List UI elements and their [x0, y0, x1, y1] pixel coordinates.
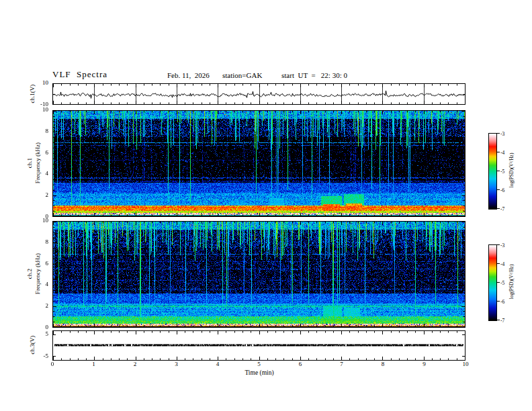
x-tick-label: 8	[373, 361, 393, 368]
y-tick-label: 2	[24, 302, 48, 310]
colorbar-tick-mark	[496, 320, 500, 320]
colorbar-tick-label: -6	[500, 298, 515, 306]
colorbar-tick-label: -5	[500, 279, 515, 287]
y-tick-label: 6	[24, 149, 48, 156]
y-tick-label: 2	[24, 191, 48, 199]
colorbar-tick-label: -4	[500, 261, 515, 268]
ch2-frequency-axis-label: Frequency (kHz)	[34, 244, 42, 304]
panel-ch3-waveform	[52, 330, 466, 361]
colorbar-tick-mark	[496, 189, 500, 190]
x-tick-label: 9	[414, 361, 435, 368]
x-tick-label: 10	[455, 361, 476, 368]
colorbar-tick-mark	[496, 152, 500, 152]
ch1-spectrogram-image	[53, 111, 465, 216]
x-tick-label: 1	[84, 361, 104, 368]
vlf-spectra-plot-window: VLF Spectra Feb. 11, 2026 station=GAK st…	[0, 0, 532, 411]
x-tick-label: 7	[332, 361, 352, 368]
plot-date: Feb. 11, 2026	[167, 71, 210, 79]
start-ut-label: start UT = 22: 30: 0	[281, 71, 347, 79]
plot-title: VLF Spectra	[52, 69, 107, 80]
x-tick-label: 4	[208, 361, 228, 368]
colorbar-tick-mark	[496, 244, 500, 245]
y-tick-label: 6	[24, 260, 48, 267]
colorbar-tick-label: -5	[500, 168, 515, 175]
x-tick-label: 5	[249, 361, 269, 368]
y-tick-label: 10	[24, 217, 48, 224]
x-tick-label: 6	[290, 361, 310, 368]
y-tick-label: -5	[24, 353, 48, 360]
panel-ch1-spectrogram	[52, 110, 466, 217]
colorbar-tick-mark	[496, 208, 500, 209]
y-tick-label: 8	[24, 128, 48, 135]
colorbar-tick-label: -3	[500, 242, 515, 249]
y-tick-label: 4	[24, 281, 48, 288]
colorbar-ch2	[488, 244, 497, 321]
colorbar-tick-label: -7	[500, 317, 515, 324]
colorbar-tick-mark	[496, 301, 500, 302]
ch1-frequency-axis-label: Frequency (kHz)	[34, 133, 42, 193]
colorbar-tick-label: -6	[500, 187, 515, 194]
colorbar-tick-label: -7	[500, 205, 515, 213]
panel-ch2-spectrogram	[52, 221, 466, 328]
colorbar-tick-mark	[496, 171, 500, 171]
time-axis-label: Time (min)	[226, 369, 293, 377]
panel-ch1-waveform	[52, 83, 466, 105]
colorbar-ch2-gradient	[489, 245, 496, 320]
ch2-spectrogram-image	[53, 222, 465, 327]
y-tick-label: 4	[24, 170, 48, 177]
ch3-waveform-plot	[53, 331, 465, 360]
colorbar-tick-label: -3	[500, 130, 515, 138]
ch1-waveform-plot	[53, 84, 465, 104]
colorbar-tick-mark	[496, 133, 500, 134]
x-tick-label: 0	[42, 361, 62, 368]
colorbar-ch1-gradient	[489, 134, 496, 209]
y-tick-label: 8	[24, 238, 48, 246]
station-label: station=GAK	[222, 71, 262, 79]
x-tick-label: 3	[167, 361, 187, 368]
colorbar-tick-mark	[496, 263, 500, 264]
x-tick-label: 2	[125, 361, 145, 368]
y-tick-label: 5	[24, 330, 48, 338]
colorbar-tick-mark	[496, 282, 500, 283]
colorbar-ch1	[488, 133, 497, 210]
colorbar-tick-label: -4	[500, 149, 515, 156]
y-tick-label: 10	[24, 106, 48, 113]
y-tick-label: 10	[24, 79, 48, 87]
